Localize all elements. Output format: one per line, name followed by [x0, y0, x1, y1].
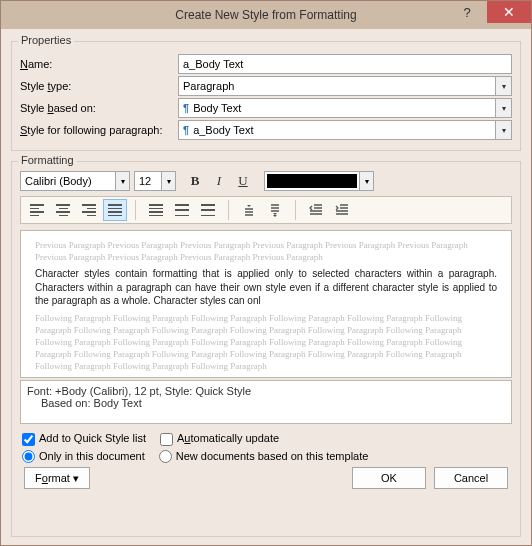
close-button[interactable]: ✕ [487, 1, 531, 23]
style-type-label: Style type: [20, 80, 178, 92]
chevron-down-icon: ▾ [495, 77, 511, 95]
style-based-label: Style based on: [20, 102, 178, 114]
align-left-button[interactable] [25, 199, 49, 221]
format-button[interactable]: Format ▾ [24, 467, 90, 489]
line-spacing-1-button[interactable] [144, 199, 168, 221]
only-in-document-radio[interactable]: Only in this document [22, 450, 145, 464]
space-before-up-button[interactable] [237, 199, 261, 221]
following-combo[interactable]: ¶ a_Body Text ▾ [178, 120, 512, 140]
decrease-indent-button[interactable] [304, 199, 328, 221]
style-description: Font: +Body (Calibri), 12 pt, Style: Qui… [20, 380, 512, 424]
align-center-button[interactable] [51, 199, 75, 221]
bold-button[interactable]: B [184, 171, 206, 191]
chevron-down-icon: ▾ [359, 172, 373, 190]
properties-label: Properties [18, 34, 74, 46]
space-before-down-button[interactable] [263, 199, 287, 221]
ok-button[interactable]: OK [352, 467, 426, 489]
align-right-button[interactable] [77, 199, 101, 221]
paragraph-toolbar [20, 196, 512, 224]
italic-button[interactable]: I [208, 171, 230, 191]
font-combo[interactable]: Calibri (Body) ▾ [20, 171, 130, 191]
preview-previous-text: Previous Paragraph Previous Paragraph Pr… [35, 239, 497, 263]
cancel-button[interactable]: Cancel [434, 467, 508, 489]
following-label: Style for following paragraph: [20, 124, 178, 136]
line-spacing-2-button[interactable] [196, 199, 220, 221]
font-color-combo[interactable]: ▾ [264, 171, 374, 191]
line-spacing-1.5-button[interactable] [170, 199, 194, 221]
size-combo[interactable]: 12 ▾ [134, 171, 176, 191]
font-toolbar: Calibri (Body) ▾ 12 ▾ B I U ▾ [20, 170, 512, 192]
name-label: Name: [20, 58, 178, 70]
add-quick-style-checkbox[interactable]: Add to Quick Style list [22, 432, 146, 446]
formatting-group: Formatting Calibri (Body) ▾ 12 ▾ B I U [11, 161, 521, 537]
chevron-down-icon: ▾ [161, 172, 175, 190]
preview-following-text: Following Paragraph Following Paragraph … [35, 312, 497, 373]
underline-button[interactable]: U [232, 171, 254, 191]
style-type-combo[interactable]: Paragraph ▾ [178, 76, 512, 96]
titlebar: Create New Style from Formatting ? ✕ [1, 1, 531, 29]
chevron-down-icon: ▾ [115, 172, 129, 190]
pilcrow-icon: ¶ [183, 124, 189, 136]
preview-pane: Previous Paragraph Previous Paragraph Pr… [20, 230, 512, 378]
pilcrow-icon: ¶ [183, 102, 189, 114]
formatting-label: Formatting [18, 154, 77, 166]
dialog-window: Create New Style from Formatting ? ✕ Pro… [0, 0, 532, 546]
align-justify-button[interactable] [103, 199, 127, 221]
options-area: Add to Quick Style list Automatically up… [22, 432, 510, 463]
help-button[interactable]: ? [447, 1, 487, 23]
color-swatch [267, 174, 357, 188]
auto-update-checkbox[interactable]: Automatically update [160, 432, 279, 446]
properties-group: Properties Name: a_Body Text Style type:… [11, 41, 521, 151]
chevron-down-icon: ▾ [495, 99, 511, 117]
preview-body-text: Character styles contain formatting that… [35, 267, 497, 308]
chevron-down-icon: ▾ [495, 121, 511, 139]
name-input[interactable]: a_Body Text [178, 54, 512, 74]
increase-indent-button[interactable] [330, 199, 354, 221]
style-based-combo[interactable]: ¶ Body Text ▾ [178, 98, 512, 118]
new-documents-radio[interactable]: New documents based on this template [159, 450, 369, 464]
